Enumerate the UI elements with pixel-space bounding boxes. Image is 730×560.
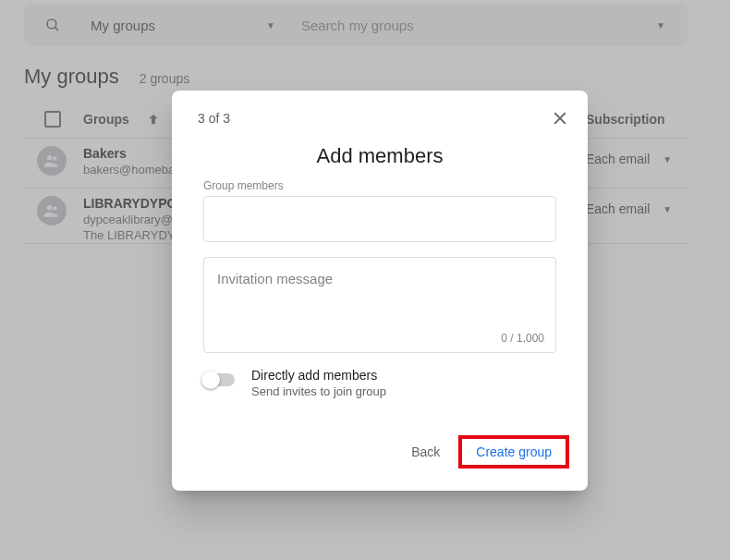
group-members-input[interactable] xyxy=(203,196,556,242)
highlight-box: Create group xyxy=(458,435,569,469)
invitation-message-input[interactable]: Invitation message 0 / 1,000 xyxy=(203,257,556,353)
dialog-footer: Back Create group xyxy=(402,435,569,469)
dialog-title: Add members xyxy=(172,144,588,168)
create-group-button[interactable]: Create group xyxy=(465,439,563,465)
toggle-title: Directly add members xyxy=(251,368,386,383)
directly-add-toggle[interactable] xyxy=(203,373,235,386)
direct-add-row: Directly add members Send invites to joi… xyxy=(203,368,386,398)
back-button[interactable]: Back xyxy=(402,437,449,467)
toggle-knob xyxy=(201,371,220,389)
char-counter: 0 / 1,000 xyxy=(501,332,544,345)
close-button[interactable] xyxy=(549,107,571,129)
members-field-label: Group members xyxy=(203,179,284,192)
step-indicator: 3 of 3 xyxy=(198,111,230,126)
add-members-dialog: 3 of 3 Add members Group members Invitat… xyxy=(172,91,588,491)
invitation-placeholder: Invitation message xyxy=(217,271,333,286)
toggle-subtitle: Send invites to join group xyxy=(251,384,386,398)
